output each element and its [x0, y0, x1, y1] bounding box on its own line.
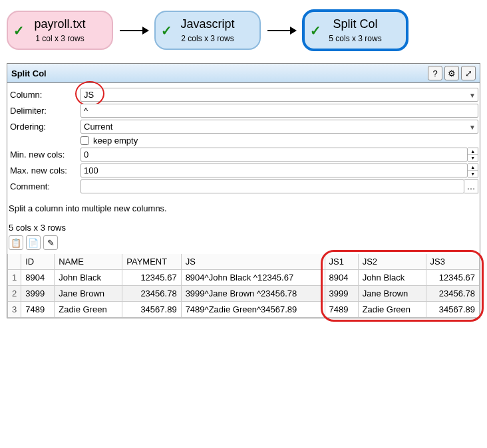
max-cols-spinner[interactable]: ▲▼ — [468, 164, 478, 177]
col-header[interactable]: JS2 — [358, 254, 426, 270]
flow-node-splitcol[interactable]: ✓ Split Col 5 cols x 3 rows — [302, 9, 408, 51]
table-row[interactable]: 2 3999 Jane Brown 23456.78 3999^Jane Bro… — [8, 286, 480, 302]
node-subtitle: 2 cols x 3 rows — [168, 34, 247, 43]
arrow-icon — [267, 30, 295, 31]
col-header[interactable]: ID — [21, 254, 55, 270]
node-subtitle: 5 cols x 3 rows — [317, 34, 394, 43]
min-cols-label: Min. new cols: — [9, 150, 81, 160]
help-button[interactable]: ? — [428, 66, 442, 80]
col-header[interactable]: JS1 — [325, 254, 358, 270]
panel-title: Split Col — [11, 68, 426, 78]
properties-panel: Split Col ? ⚙ ⤢ Column: ▼ Delimiter: Ord… — [7, 63, 480, 318]
node-subtitle: 1 col x 3 rows — [20, 34, 100, 43]
column-select[interactable] — [81, 88, 478, 102]
min-cols-input[interactable] — [81, 148, 468, 162]
max-cols-label: Max. new cols: — [9, 166, 81, 175]
panel-header: Split Col ? ⚙ ⤢ — [7, 64, 480, 83]
check-icon: ✓ — [310, 23, 321, 39]
expand-button[interactable]: ⤢ — [461, 66, 476, 80]
row-number: 3 — [8, 302, 21, 318]
row-number: 2 — [8, 286, 21, 302]
copy-button[interactable]: 📋 — [9, 235, 23, 250]
delimiter-input[interactable] — [81, 104, 478, 118]
add-row-button[interactable]: 📄 — [26, 235, 41, 250]
col-header[interactable]: PAYMENT — [122, 254, 181, 270]
data-table: ID NAME PAYMENT JS JS1 JS2 JS3 1 8904 Jo… — [7, 254, 480, 318]
comment-input[interactable] — [81, 179, 464, 193]
col-header[interactable]: JS — [181, 254, 325, 270]
table-header-row: ID NAME PAYMENT JS JS1 JS2 JS3 — [8, 254, 480, 270]
node-title: payroll.txt — [20, 17, 100, 31]
delimiter-label: Delimiter: — [9, 106, 81, 116]
edit-button[interactable]: ✎ — [43, 235, 58, 250]
keep-empty-checkbox[interactable] — [81, 136, 89, 145]
flow-diagram: ✓ payroll.txt 1 col x 3 rows ✓ Javascrip… — [7, 7, 480, 54]
comment-label: Comment: — [9, 181, 81, 191]
keep-empty-option[interactable]: keep empty — [81, 136, 138, 146]
flow-node-source[interactable]: ✓ payroll.txt 1 col x 3 rows — [7, 11, 113, 50]
ordering-select[interactable] — [81, 120, 478, 134]
settings-button[interactable]: ⚙ — [444, 66, 459, 80]
max-cols-input[interactable] — [81, 164, 468, 177]
data-table-wrap: ID NAME PAYMENT JS JS1 JS2 JS3 1 8904 Jo… — [7, 254, 480, 318]
col-header[interactable]: JS3 — [426, 254, 479, 270]
flow-node-javascript[interactable]: ✓ Javascript 2 cols x 3 rows — [154, 11, 261, 50]
table-row[interactable]: 3 7489 Zadie Green 34567.89 7489^Zadie G… — [8, 302, 480, 318]
panel-description: Split a column into multiple new columns… — [7, 197, 480, 220]
node-title: Javascript — [168, 17, 247, 31]
check-icon: ✓ — [13, 23, 25, 39]
column-label: Column: — [9, 90, 81, 100]
node-title: Split Col — [317, 17, 394, 31]
table-row[interactable]: 1 8904 John Black 12345.67 8904^John Bla… — [8, 270, 480, 286]
min-cols-spinner[interactable]: ▲▼ — [468, 148, 478, 162]
keep-empty-label: keep empty — [93, 136, 138, 146]
row-number: 1 — [8, 270, 21, 286]
check-icon: ✓ — [161, 23, 172, 39]
properties-form: Column: ▼ Delimiter: Ordering: ▼ — [7, 83, 480, 197]
ordering-label: Ordering: — [9, 122, 81, 132]
col-header[interactable]: NAME — [55, 254, 122, 270]
comment-more-button[interactable]: … — [464, 179, 478, 193]
arrow-icon — [120, 30, 148, 31]
table-toolbar: 📋 📄 ✎ — [7, 234, 480, 254]
table-summary: 5 cols x 3 rows — [7, 220, 480, 234]
